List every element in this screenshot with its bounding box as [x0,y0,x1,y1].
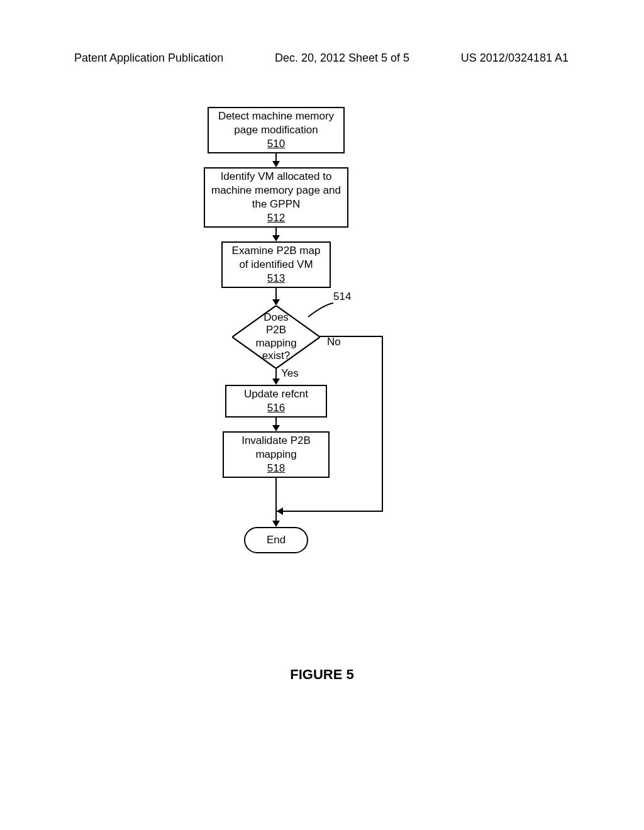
arrowhead-510-512 [272,161,280,167]
header-center: Dec. 20, 2012 Sheet 5 of 5 [275,52,409,65]
header-right: US 2012/0324181 A1 [461,52,569,65]
terminal-end-text: End [267,534,286,546]
figure-label: FIGURE 5 [0,667,644,683]
no-hline [320,336,383,337]
box-512-text: Identify VM allocated to machine memory … [209,170,343,211]
terminal-end: End [244,527,308,553]
box-512: Identify VM allocated to machine memory … [204,167,348,228]
box-510-ref: 510 [267,137,285,151]
flowchart: Detect machine memory page modification … [0,101,644,578]
arrowhead-516-518 [272,425,280,431]
box-513: Examine P2B map of identified VM 513 [221,241,331,288]
box-516-ref: 516 [267,401,285,415]
box-510: Detect machine memory page modification … [208,107,345,153]
box-510-text: Detect machine memory page modification [213,109,340,137]
callout-514: 514 [333,290,351,303]
box-516-text: Update refcnt [244,387,308,401]
arrowhead-514-516 [272,379,280,385]
box-516: Update refcnt 516 [225,385,327,418]
arrowhead-518-end [272,521,280,527]
label-yes: Yes [281,367,299,380]
box-518: Invalidate P2B mapping 518 [223,431,330,478]
label-no: No [327,336,341,348]
arrowhead-513-514 [272,299,280,306]
box-513-ref: 513 [267,272,285,285]
callout-514-line [307,302,335,318]
box-512-ref: 512 [267,211,285,225]
arrow-513-514 [275,288,277,301]
arrowhead-512-513 [272,235,280,241]
box-518-ref: 518 [267,462,285,475]
arrow-518-end [275,478,277,522]
no-hline2 [277,511,383,512]
header-left: Patent Application Publication [74,52,223,65]
arrowhead-no-merge [277,507,283,515]
no-vline [382,336,383,512]
box-513-text: Examine P2B map of identified VM [226,244,326,272]
decision-514-text: Does P2B mapping exist? [254,311,298,363]
page-header: Patent Application Publication Dec. 20, … [0,52,644,65]
box-518-text: Invalidate P2B mapping [228,434,325,462]
